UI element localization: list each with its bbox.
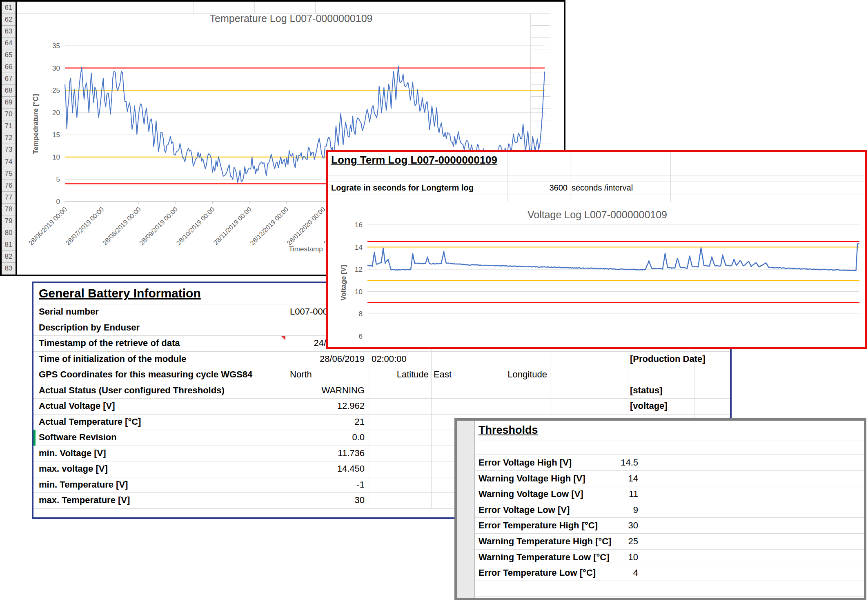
svg-text:25: 25: [52, 86, 60, 94]
row-header-77[interactable]: 77: [2, 192, 16, 204]
row-header-78[interactable]: 78: [2, 204, 16, 215]
threshold-value-error-voltage-high-v[interactable]: 14.5: [556, 457, 638, 468]
battery-cell-c3-gps-coordinates-for-this-measuring-cycle-wgs84[interactable]: Latitude: [372, 369, 429, 380]
battery-cell-c3-time-of-initialization-of-the-module[interactable]: 02:00:00: [372, 354, 407, 364]
row-header-65[interactable]: 65: [2, 49, 16, 61]
gridline: [475, 502, 864, 502]
row-header-76[interactable]: 76: [2, 180, 16, 192]
battery-label-gps-coordinates-for-this-measuring-cycle-wgs84[interactable]: GPS Coordinates for this measuring cycle…: [39, 369, 252, 380]
battery-label-actual-status-user-configured-thresholds[interactable]: Actual Status (User configured Threshold…: [39, 385, 225, 396]
row-header-81[interactable]: 81: [2, 239, 16, 251]
row-header-75[interactable]: 75: [2, 168, 16, 180]
battery-cell-c6-actual-status-user-configured-thresholds[interactable]: [status]: [630, 385, 662, 396]
gridline: [640, 421, 640, 598]
battery-label-actual-temperature-c[interactable]: Actual Temperature [°C]: [39, 417, 141, 427]
row-header-83[interactable]: 83: [2, 263, 16, 275]
row-header-79[interactable]: 79: [2, 215, 16, 227]
svg-text:12: 12: [355, 266, 363, 273]
battery-cell-c5-gps-coordinates-for-this-measuring-cycle-wgs84[interactable]: Longitude: [457, 369, 547, 380]
battery-label-actual-voltage-v[interactable]: Actual Voltage [V]: [39, 401, 115, 411]
battery-label-timestamp-of-the-retrieve-of-data[interactable]: Timestamp of the retrieve of data: [39, 338, 180, 348]
gridline: [475, 441, 864, 441]
svg-text:28/09/2019 00:00: 28/09/2019 00:00: [138, 206, 179, 246]
thresholds-title[interactable]: Thresholds: [479, 424, 538, 437]
svg-text:8: 8: [359, 310, 363, 318]
battery-label-min-voltage-v[interactable]: min. Voltage [V]: [39, 448, 106, 459]
battery-value-max-voltage-v[interactable]: 14.450: [238, 464, 365, 474]
threshold-value-error-temperature-high-c[interactable]: 30: [556, 520, 638, 531]
svg-text:30: 30: [52, 64, 60, 72]
gridline: [475, 533, 864, 534]
battery-label-serial-number[interactable]: Serial number: [39, 306, 99, 317]
battery-label-min-temperature-v[interactable]: min. Temperature [V]: [39, 479, 128, 490]
battery-cell-c4-gps-coordinates-for-this-measuring-cycle-wgs84[interactable]: East: [434, 369, 452, 380]
battery-value-actual-voltage-v[interactable]: 12.962: [238, 401, 365, 411]
row-header-82[interactable]: 82: [2, 251, 16, 263]
row-header-67[interactable]: 67: [2, 73, 16, 85]
battery-value-max-temperature-v[interactable]: 30: [238, 495, 365, 506]
gridline: [475, 470, 864, 471]
gridline: [475, 549, 864, 550]
battery-label-max-voltage-v[interactable]: max. voltage [V]: [39, 464, 108, 474]
threshold-value-error-voltage-low-v[interactable]: 9: [556, 505, 638, 515]
row-header-62[interactable]: 62: [2, 14, 16, 26]
row-header-69[interactable]: 69: [2, 97, 16, 109]
svg-text:Tempedrature [°C]: Tempedrature [°C]: [32, 94, 40, 154]
gridline: [475, 486, 864, 486]
gridline: [475, 596, 864, 597]
threshold-value-warning-temperature-high-c[interactable]: 25: [556, 536, 638, 547]
svg-text:28/08/2019 00:00: 28/08/2019 00:00: [101, 206, 142, 246]
battery-value-min-temperature-v[interactable]: -1: [238, 479, 365, 490]
battery-cell-c6-actual-voltage-v[interactable]: [voltage]: [630, 401, 668, 411]
row-header-72[interactable]: 72: [2, 132, 16, 144]
battery-value-gps-coordinates-for-this-measuring-cycle-wgs84[interactable]: North: [290, 369, 312, 380]
svg-text:28/01/2020 00:00: 28/01/2020 00:00: [286, 206, 327, 246]
svg-text:20: 20: [52, 109, 60, 117]
battery-label-time-of-initialization-of-the-module[interactable]: Time of initialization of the module: [39, 354, 186, 364]
battery-label-description-by-enduser[interactable]: Description by Enduser: [39, 322, 140, 333]
thresholds-panel: 2223242526272829303132 ThresholdsError V…: [454, 418, 866, 600]
battery-cell-c6-time-of-initialization-of-the-module[interactable]: [Production Date]: [630, 354, 706, 364]
battery-panel-title[interactable]: General Battery Information: [39, 286, 201, 300]
row-header-80[interactable]: 80: [2, 227, 16, 239]
svg-text:28/12/2019 00:00: 28/12/2019 00:00: [249, 206, 289, 246]
battery-value-actual-temperature-c[interactable]: 21: [238, 417, 365, 427]
row-header-73[interactable]: 73: [2, 144, 16, 156]
svg-text:Timestamp: Timestamp: [289, 245, 323, 253]
row-header-71[interactable]: 71: [2, 120, 16, 132]
temp-row-gutter: 6162636465666768697071727374757677787980…: [2, 2, 17, 275]
row-header-63[interactable]: 63: [2, 26, 16, 38]
gridline: [597, 421, 597, 598]
svg-text:15: 15: [52, 131, 60, 139]
row-header-64[interactable]: 64: [2, 38, 16, 49]
voltage-chart[interactable]: 6810121416Voltage Log L007-0000000109Vol…: [328, 205, 865, 347]
svg-text:28/07/2019 00:00: 28/07/2019 00:00: [64, 206, 105, 246]
row-header-70[interactable]: 70: [2, 109, 16, 120]
selection-marker: [33, 430, 36, 446]
row-header-68[interactable]: 68: [2, 85, 16, 97]
battery-label-software-revision[interactable]: Software Revision: [39, 432, 117, 443]
threshold-value-error-temperature-low-c[interactable]: 4: [556, 568, 638, 578]
gridline: [33, 367, 730, 367]
svg-text:16: 16: [355, 221, 363, 229]
gridline: [33, 398, 730, 399]
threshold-value-warning-voltage-high-v[interactable]: 14: [556, 473, 638, 484]
svg-text:5: 5: [56, 175, 60, 183]
row-header-66[interactable]: 66: [2, 61, 16, 73]
threshold-label-error-voltage-low-v[interactable]: Error Voltage Low [V]: [479, 505, 570, 515]
battery-value-time-of-initialization-of-the-module[interactable]: 28/06/2019: [238, 354, 365, 364]
battery-value-min-voltage-v[interactable]: 11.736: [238, 448, 365, 459]
svg-text:35: 35: [52, 42, 60, 50]
svg-text:28/06/2019 00:00: 28/06/2019 00:00: [27, 206, 68, 246]
svg-text:10: 10: [355, 288, 363, 296]
svg-text:0: 0: [56, 198, 60, 206]
battery-value-actual-status-user-configured-thresholds[interactable]: WARNING: [238, 385, 365, 396]
threshold-value-warning-temperature-low-c[interactable]: 10: [556, 552, 638, 563]
gridline: [33, 383, 730, 383]
gridline: [33, 414, 730, 415]
battery-label-max-temperature-v[interactable]: max. Temperature [V]: [39, 495, 130, 506]
row-header-74[interactable]: 74: [2, 156, 16, 168]
battery-value-software-revision[interactable]: 0.0: [238, 432, 365, 443]
threshold-value-warning-voltage-low-v[interactable]: 11: [556, 489, 638, 499]
row-header-61[interactable]: 61: [2, 2, 16, 14]
